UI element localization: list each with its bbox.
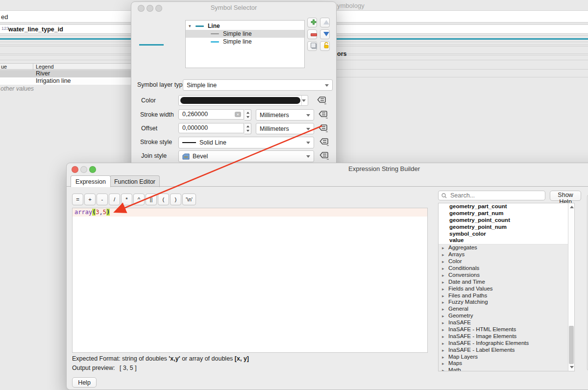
operator-newline-button[interactable]: '\n': [182, 194, 196, 205]
stroke-style-select[interactable]: Solid Line: [178, 137, 314, 148]
stroke-style-override-button[interactable]: [319, 138, 330, 146]
chevron-right-icon[interactable]: ▸: [442, 266, 448, 272]
chevron-right-icon[interactable]: ▸: [442, 354, 448, 361]
color-override-button[interactable]: [317, 96, 327, 105]
move-up-button[interactable]: [320, 18, 330, 27]
chevron-right-icon[interactable]: ▸: [442, 272, 448, 279]
expression-builder-titlebar[interactable]: Expression String Builder: [67, 163, 588, 174]
stroke-width-override-button[interactable]: [318, 110, 329, 119]
chevron-right-icon[interactable]: ▸: [442, 259, 448, 265]
list-group[interactable]: ▸InaSAFE - HTML Elements: [439, 326, 574, 333]
list-item[interactable]: geometry_part_count: [439, 203, 574, 210]
lock-color-button[interactable]: [320, 41, 330, 51]
list-item[interactable]: geometry_point_num: [439, 224, 574, 231]
help-button[interactable]: Help: [72, 377, 97, 388]
chevron-right-icon[interactable]: ▸: [442, 347, 448, 354]
duplicate-layer-button[interactable]: [307, 41, 317, 51]
offset-input[interactable]: 0,000000: [178, 123, 244, 133]
expression-input[interactable]: array(3,5): [72, 208, 428, 353]
tree-expander-icon[interactable]: ▾: [189, 24, 194, 28]
chevron-right-icon[interactable]: ▸: [442, 367, 448, 371]
list-item[interactable]: geometry_part_num: [439, 210, 574, 217]
tree-item-simple-line-2[interactable]: Simple line: [186, 38, 304, 46]
list-group[interactable]: ▸Arrays: [439, 251, 574, 258]
operator-concat-button[interactable]: ||: [146, 194, 157, 205]
list-group[interactable]: ▸Color: [439, 258, 574, 265]
list-group[interactable]: ▸InaSAFE - Label Elements: [439, 347, 574, 354]
chevron-down-icon[interactable]: [302, 99, 306, 102]
join-style-override-button[interactable]: [319, 151, 330, 160]
operator-divide-button[interactable]: /: [109, 194, 120, 205]
list-group[interactable]: ▸Conditionals: [439, 265, 574, 272]
list-group[interactable]: ▸Maps: [439, 360, 574, 367]
operator-equals-button[interactable]: =: [72, 194, 83, 205]
tree-item-simple-line-1[interactable]: Simple line: [186, 30, 304, 38]
expression-current-line[interactable]: array(3,5): [73, 208, 427, 217]
operator-plus-button[interactable]: +: [84, 194, 96, 205]
scroll-down-icon[interactable]: [570, 366, 574, 368]
list-group[interactable]: ▸Files and Paths: [439, 292, 574, 299]
chevron-right-icon[interactable]: ▸: [442, 293, 448, 299]
tab-expression[interactable]: Expression: [71, 175, 111, 187]
remove-symbol-layer-button[interactable]: [307, 29, 317, 39]
chevron-right-icon[interactable]: ▸: [442, 327, 448, 333]
chevron-right-icon[interactable]: ▸: [442, 306, 448, 313]
chevron-right-icon[interactable]: ▸: [442, 341, 448, 347]
spin-up-icon[interactable]: [246, 125, 249, 127]
list-group[interactable]: ▸InaSAFE - Image Elements: [439, 333, 574, 340]
list-group[interactable]: ▸General: [439, 306, 574, 313]
list-item[interactable]: value: [439, 237, 574, 244]
chevron-right-icon[interactable]: ▸: [442, 299, 448, 306]
chevron-right-icon[interactable]: ▸: [442, 245, 448, 251]
list-group[interactable]: ▸InaSAFE: [439, 319, 574, 326]
operator-close-paren-button[interactable]: ): [170, 194, 181, 205]
symbol-layer-type-select[interactable]: Simple line: [183, 79, 333, 91]
color-button[interactable]: [178, 95, 308, 106]
offset-override-button[interactable]: [318, 124, 329, 133]
list-group[interactable]: ▸Geometry: [439, 313, 574, 319]
spin-down-icon[interactable]: [246, 130, 249, 132]
clear-icon[interactable]: ✕: [235, 112, 241, 117]
list-group[interactable]: ▸Fields and Values: [439, 286, 574, 292]
move-down-button[interactable]: [320, 29, 330, 39]
list-group[interactable]: ▸Fuzzy Matching: [439, 299, 574, 306]
stroke-width-stepper[interactable]: [245, 109, 251, 121]
stroke-width-input[interactable]: 0,260000 ✕: [178, 109, 244, 120]
scroll-up-icon[interactable]: [570, 206, 574, 208]
list-group[interactable]: ▸Math: [439, 367, 574, 371]
show-help-button[interactable]: Show Help: [550, 191, 581, 201]
add-symbol-layer-button[interactable]: [307, 18, 317, 27]
scrollbar[interactable]: [568, 203, 574, 371]
offset-stepper[interactable]: [245, 123, 251, 134]
operator-minus-button[interactable]: -: [97, 194, 108, 205]
offset-unit-select[interactable]: Millimeters: [256, 123, 314, 134]
search-input[interactable]: [449, 192, 535, 199]
chevron-right-icon[interactable]: ▸: [442, 334, 448, 340]
list-group[interactable]: ▸Aggregates: [439, 244, 574, 251]
chevron-right-icon[interactable]: ▸: [442, 320, 448, 326]
chevron-right-icon[interactable]: ▸: [442, 361, 448, 367]
list-group[interactable]: ▸Map Layers: [439, 354, 574, 361]
list-group[interactable]: ▸Date and Time: [439, 279, 574, 286]
list-group[interactable]: ▸InaSAFE - Infographic Elements: [439, 340, 574, 347]
function-search[interactable]: [438, 191, 545, 200]
list-item[interactable]: geometry_point_count: [439, 217, 574, 224]
operator-multiply-button[interactable]: *: [121, 194, 132, 205]
list-group[interactable]: ▸Conversions: [439, 272, 574, 279]
table-row-irrigation[interactable]: Irrigation line: [0, 77, 131, 85]
scrollbar-thumb[interactable]: [569, 326, 574, 364]
tab-function-editor[interactable]: Function Editor: [110, 175, 160, 187]
stroke-width-unit-select[interactable]: Millimeters: [256, 109, 314, 121]
operator-power-button[interactable]: ^: [133, 194, 145, 205]
function-list[interactable]: geometry_part_count geometry_part_num ge…: [438, 203, 575, 371]
spin-down-icon[interactable]: [246, 116, 249, 118]
table-row-river[interactable]: River: [0, 70, 131, 77]
chevron-right-icon[interactable]: ▸: [442, 252, 448, 258]
chevron-right-icon[interactable]: ▸: [442, 313, 448, 319]
list-item[interactable]: symbol_color: [439, 231, 574, 238]
chevron-right-icon[interactable]: ▸: [442, 286, 448, 292]
chevron-right-icon[interactable]: ▸: [442, 279, 448, 286]
symbol-selector-titlebar[interactable]: Symbol Selector: [131, 2, 336, 13]
operator-open-paren-button[interactable]: (: [158, 194, 169, 205]
tree-item-line[interactable]: ▾ Line: [186, 22, 304, 30]
